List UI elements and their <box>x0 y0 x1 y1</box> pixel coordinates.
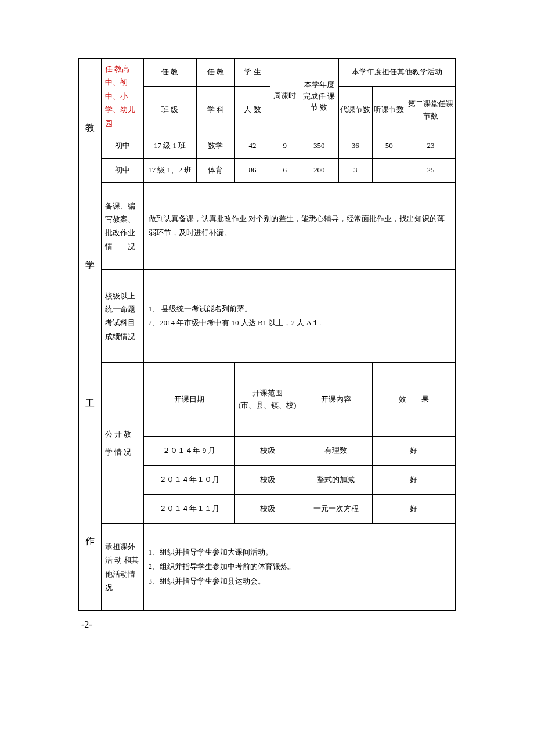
header-class2: 班 级 <box>143 87 196 134</box>
cell-sub3: 23 <box>406 134 455 158</box>
sec3-h2: 开课范围 (市、县、镇、校) <box>235 362 300 436</box>
table-header-row: 教 学 工 作 任 教高中、初中、小学、幼儿园 任 教 任 教 学 生 周课时 … <box>79 59 456 87</box>
pt-content: 整式的加减 <box>300 466 372 495</box>
sec2-text: 1、 县级统一考试能名列前茅。 2、2014 年市级中考中有 10 人达 B1 … <box>143 269 455 362</box>
sec2-line2: 2、2014 年市级中考中有 10 人达 B1 以上，2 人 A１. <box>149 316 450 330</box>
side-char: 教 <box>79 120 101 135</box>
header-students2: 人 数 <box>235 87 270 134</box>
sec1-text: 做到认真备课，认真批改作业 对个别的差生，能悉心辅导，经常面批作业，找出知识的薄… <box>143 182 455 269</box>
header-sub2: 听课节数 <box>372 87 406 134</box>
cell-sub3: 25 <box>406 158 455 182</box>
table-row: 初中 17 级 1 班 数学 42 9 350 36 50 23 <box>79 134 456 158</box>
section-exam-results: 校级以上统一命题考试科目成绩情况 1、 县级统一考试能名列前茅。 2、2014 … <box>79 269 456 362</box>
header-sub1: 代课节数 <box>338 87 372 134</box>
pt-date: ２０１４年１０月 <box>143 466 235 495</box>
page-number: -2- <box>81 620 456 630</box>
cell-sub2 <box>372 158 406 182</box>
pt-result: 好 <box>372 466 455 495</box>
sec3-h2a: 开课范围 <box>236 387 298 399</box>
cell-sub2: 50 <box>372 134 406 158</box>
pt-content: 有理数 <box>300 437 372 466</box>
cell-type: 初中 <box>101 134 143 158</box>
sec4-label: 承担课外活 动 和其他活动情 况 <box>101 524 143 611</box>
header-subject: 任 教 <box>196 59 235 87</box>
sec4-line2: 2、组织并指导学生参加中考前的体育锻炼。 <box>149 560 450 574</box>
sec3-h4: 效 果 <box>372 362 455 436</box>
pt-content: 一元一次方程 <box>300 495 372 524</box>
pt-date: ２０１４年 9 月 <box>143 437 235 466</box>
cell-subject: 数学 <box>196 134 235 158</box>
sec4-text: 1、组织并指导学生参加大课间活动。 2、组织并指导学生参加中考前的体育锻炼。 3… <box>143 524 455 611</box>
pt-date: ２０１４年１１月 <box>143 495 235 524</box>
pt-scope: 校级 <box>235 495 300 524</box>
cell-class: 17 级 1、2 班 <box>143 158 196 182</box>
cell-sub1: 3 <box>338 158 372 182</box>
sec2-line1: 1、 县级统一考试能名列前茅。 <box>149 302 450 316</box>
header-completed: 本学年度完成任 课节 数 <box>300 59 338 134</box>
cell-subject: 体育 <box>196 158 235 182</box>
header-weekly: 周课时 <box>270 59 300 134</box>
side-char: 工 <box>79 396 101 411</box>
sec4-line1: 1、组织并指导学生参加大课间活动。 <box>149 545 450 560</box>
header-sub3: 第二课堂任课节数 <box>406 87 455 134</box>
sec1-label: 备课、编写教案、批改作业情 况 <box>101 182 143 269</box>
cell-type: 初中 <box>101 158 143 182</box>
cell-weekly: 6 <box>270 158 300 182</box>
cell-completed: 200 <box>300 158 338 182</box>
sec3-h1: 开课日期 <box>143 362 235 436</box>
pt-result: 好 <box>372 495 455 524</box>
sec4-line3: 3、组织并指导学生参加县运动会。 <box>149 574 450 589</box>
cell-weekly: 9 <box>270 134 300 158</box>
section-public-teaching-header: 公 开 教 学 情 况 开课日期 开课范围 (市、县、镇、校) 开课内容 效 果 <box>79 362 456 436</box>
header-subject2: 学 科 <box>196 87 235 134</box>
table-row: 初中 17 级 1、2 班 体育 86 6 200 3 25 <box>79 158 456 182</box>
section-extracurricular: 承担课外活 动 和其他活动情 况 1、组织并指导学生参加大课间活动。 2、组织并… <box>79 524 456 611</box>
side-char: 作 <box>79 534 101 549</box>
cell-class: 17 级 1 班 <box>143 134 196 158</box>
side-char: 学 <box>79 258 101 273</box>
header-class: 任 教 <box>143 59 196 87</box>
sec3-h2b: (市、县、镇、校) <box>236 399 298 412</box>
header-students: 学 生 <box>235 59 270 87</box>
sec3-label: 公 开 教 学 情 况 <box>101 362 143 523</box>
header-other-activities: 本学年度担任其他教学活动 <box>338 59 455 87</box>
teaching-work-table: 教 学 工 作 任 教高中、初中、小学、幼儿园 任 教 任 教 学 生 周课时 … <box>78 58 456 611</box>
pt-result: 好 <box>372 437 455 466</box>
pt-scope: 校级 <box>235 437 300 466</box>
sec2-label: 校级以上统一命题考试科目成绩情况 <box>101 269 143 362</box>
cell-completed: 350 <box>300 134 338 158</box>
cell-students: 42 <box>235 134 270 158</box>
cell-sub1: 36 <box>338 134 372 158</box>
cell-students: 86 <box>235 158 270 182</box>
sec3-h3: 开课内容 <box>300 362 372 436</box>
side-label: 教 学 工 作 <box>79 59 102 611</box>
header-school-type: 任 教高中、初中、小学、幼儿园 <box>101 59 143 134</box>
pt-scope: 校级 <box>235 466 300 495</box>
section-lesson-prep: 备课、编写教案、批改作业情 况 做到认真备课，认真批改作业 对个别的差生，能悉心… <box>79 182 456 269</box>
